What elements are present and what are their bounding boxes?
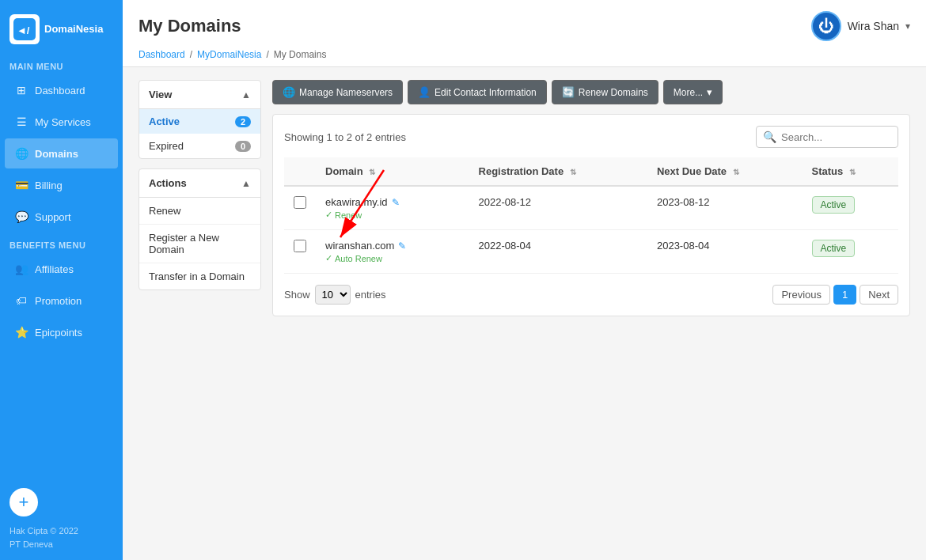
next-due-column-header[interactable]: Next Due Date ⇅ [647,157,803,186]
reg-date-sort-icon: ⇅ [570,168,576,176]
sidebar-item-epicpoints[interactable]: ⭐ Epicpoints [5,317,118,347]
row2-next-due: 2023-08-04 [647,230,803,274]
search-icon: 🔍 [763,131,776,143]
row2-domain-cell: wiranshan.com ✎ ✓ Auto Renew [316,230,469,274]
row1-renew-label: ✓ Renew [325,210,460,220]
main-menu-label: Main Menu [0,54,123,74]
renew-domains-button[interactable]: 🔄 Renew Domains [552,80,658,104]
sidebar-item-dashboard[interactable]: ⊞ Dashboard [5,75,118,105]
next-page-button[interactable]: Next [860,285,898,305]
search-box[interactable]: 🔍 [756,126,898,148]
status-column-header[interactable]: Status ⇅ [803,157,899,186]
breadcrumb-current: My Domains [274,49,327,60]
user-area: ⏻ Wira Shan ▾ [811,11,910,41]
sidebar-item-support[interactable]: 💬 Support [5,202,118,232]
content-area: View ▲ Active 2 Expired 0 Actions ▲ R [123,67,926,329]
view-panel-header[interactable]: View ▲ [139,81,260,109]
view-chevron-icon: ▲ [241,89,251,100]
row1-checkbox[interactable] [294,196,306,209]
sidebar-item-label: Dashboard [35,85,85,96]
logo-text: DomaiNesia [44,23,103,36]
page-1-button[interactable]: 1 [833,285,856,305]
row1-edit-icon[interactable]: ✎ [392,197,400,208]
domains-table: Domain ⇅ Registration Date ⇅ Next Due Da… [284,157,898,274]
refresh-icon: 🔄 [562,86,575,98]
affiliates-icon: 👥 [14,262,28,276]
more-chevron-icon: ▾ [707,86,712,98]
row2-edit-icon[interactable]: ✎ [398,240,406,252]
epicpoints-icon: ⭐ [14,325,28,339]
checkbox-header [284,157,316,186]
view-item-active[interactable]: Active 2 [139,109,260,134]
sidebar-item-label: My Services [35,116,91,128]
row1-status: Active [803,186,899,230]
reg-date-column-header[interactable]: Registration Date ⇅ [469,157,647,186]
manage-nameservers-button[interactable]: 🌐 Manage Nameservers [272,80,403,104]
breadcrumb: Dashboard / MyDomaiNesia / My Domains [139,44,910,66]
table-row: wiranshan.com ✎ ✓ Auto Renew 2022-08-04 … [284,230,898,274]
sidebar-item-label: Epicpoints [35,327,82,339]
sidebar-item-promotion[interactable]: 🏷 Promotion [5,286,118,316]
user-avatar: ⏻ [811,11,841,41]
row1-next-due: 2023-08-12 [647,186,803,230]
pagination-buttons: Previous 1 Next [772,285,898,305]
domains-icon: 🌐 [14,146,28,161]
header-top: My Domains ⏻ Wira Shan ▾ [139,11,910,41]
support-icon: 💬 [14,210,28,224]
search-input[interactable] [781,131,891,143]
add-button[interactable]: + [9,488,38,516]
row2-check-icon: ✓ [325,253,332,263]
previous-page-button[interactable]: Previous [772,285,830,305]
sidebar-item-label: Domains [35,148,78,160]
row1-status-badge: Active [812,196,856,214]
row2-reg-date: 2022-08-04 [469,230,647,274]
row2-checkbox-cell [284,230,316,274]
row1-check-icon: ✓ [325,210,332,220]
row2-autorenew-label: ✓ Auto Renew [325,253,460,263]
domain-sort-icon: ⇅ [369,168,375,176]
breadcrumb-dashboard[interactable]: Dashboard [139,49,185,60]
row2-status: Active [803,230,899,274]
logo-icon: ◄/ [9,14,40,44]
sidebar-item-domains[interactable]: 🌐 Domains [5,138,118,168]
active-badge: 2 [235,116,251,127]
row2-domain-name: wiranshan.com ✎ [325,240,460,252]
row2-status-badge: Active [812,240,856,257]
right-panel: 🌐 Manage Nameservers 👤 Edit Contact Info… [272,80,910,316]
expired-badge: 0 [235,141,251,152]
status-sort-icon: ⇅ [849,168,856,176]
page-title: My Domains [139,16,241,36]
svg-text:◄/: ◄/ [17,25,30,36]
row2-checkbox[interactable] [294,240,306,252]
table-row: ekawira.my.id ✎ ✓ Renew 2022-08-12 2023-… [284,186,898,230]
user-icon: 👤 [418,86,431,98]
user-dropdown-icon[interactable]: ▾ [905,21,910,32]
user-name: Wira Shan [848,20,899,32]
row1-domain-cell: ekawira.my.id ✎ ✓ Renew [316,186,469,230]
edit-contact-button[interactable]: 👤 Edit Contact Information [408,80,547,104]
view-item-expired[interactable]: Expired 0 [139,134,260,158]
domain-column-header[interactable]: Domain ⇅ [316,157,469,186]
more-button[interactable]: More... ▾ [663,80,723,104]
action-renew[interactable]: Renew [139,198,260,225]
logo-area: ◄/ DomaiNesia [0,0,123,54]
entries-select[interactable]: 10 25 50 [315,285,351,305]
table-meta: Showing 1 to 2 of 2 entries 🔍 [284,126,898,148]
breadcrumb-mydomainesia[interactable]: MyDomaiNesia [197,49,261,60]
view-card: View ▲ Active 2 Expired 0 [139,80,261,159]
action-register[interactable]: Register a New Domain [139,225,260,263]
next-due-sort-icon: ⇅ [733,168,739,176]
sidebar-item-label: Billing [35,180,63,191]
sidebar-item-label: Affiliates [35,263,74,275]
sidebar-item-label: Promotion [35,295,82,307]
action-transfer[interactable]: Transfer in a Domain [139,263,260,289]
services-icon: ☰ [14,115,28,129]
actions-panel-header[interactable]: Actions ▲ [139,169,260,198]
sidebar-item-affiliates[interactable]: 👥 Affiliates [5,254,118,284]
show-entries: Show 10 25 50 entries [284,285,386,305]
billing-icon: 💳 [14,178,28,192]
benefits-menu-label: Benefits Menu [0,233,123,253]
sidebar-item-my-services[interactable]: ☰ My Services [5,107,118,137]
sidebar-item-billing[interactable]: 💳 Billing [5,170,118,200]
actions-chevron-icon: ▲ [241,178,251,189]
